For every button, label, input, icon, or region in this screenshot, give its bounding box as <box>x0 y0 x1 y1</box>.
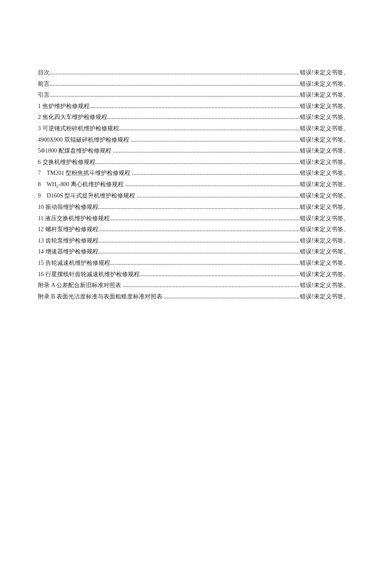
toc-entry-label: 7 TM201 型粉焦抓斗维护检修规程 <box>38 168 132 179</box>
toc-entry-label: 目次 <box>38 67 50 79</box>
toc-entry-page: 错误!未定义书签。 <box>300 202 349 213</box>
toc-entry-page: 错误!未定义书签。 <box>300 213 349 224</box>
toc-entry-page: 错误!未定义书签。 <box>300 258 349 269</box>
toc-entry-page: 错误!未定义书签。 <box>300 190 349 202</box>
toc-entry-label: 4900X900 双辊破碎机维护检修规程 <box>38 134 130 146</box>
toc-entry: 5Φ1800 配煤盘维护检修规程 .......................… <box>38 145 349 157</box>
toc-entry: 14 增速器维护检修规程............................… <box>38 246 349 258</box>
toc-entry: 7 TM201 型粉焦抓斗维护检修规程 ....................… <box>38 168 349 179</box>
toc-leader-dots: ........................................… <box>98 246 300 258</box>
toc-entry: 3 可逆锤式粉碎机维护检修规程.........................… <box>38 123 349 134</box>
toc-leader-dots: ........................................… <box>113 145 300 157</box>
toc-entry: 16 行星摆线针齿轮减速机维护检修规程.....................… <box>38 269 349 280</box>
toc-entry: 6 交换机维护检修规程.............................… <box>38 157 349 168</box>
toc-entry: 附录 A 公差配合新旧标准对照表 .......................… <box>38 280 349 291</box>
toc-entry-page: 错误!未定义书签。 <box>300 90 349 101</box>
toc-leader-dots: ........................................… <box>119 123 300 134</box>
toc-entry: 11 液压交换机维护检修规程..........................… <box>38 213 349 224</box>
toc-entry-label: 6 交换机维护检修规程 <box>38 157 95 168</box>
toc-entry-page: 错误!未定义书签。 <box>300 246 349 258</box>
toc-entry: 8 WH2-800 离心机维护检修规程 ....................… <box>38 179 349 190</box>
toc-entry-label: 引言 <box>38 90 50 101</box>
document-page: 目次......................................… <box>0 0 387 302</box>
toc-entry-page: 错误!未定义书签。 <box>300 291 349 303</box>
toc-entry: 4900X900 双辊破碎机维护检修规程 ...................… <box>38 134 349 146</box>
toc-entry-label: 16 行星摆线针齿轮减速机维护检修规程 <box>38 269 140 280</box>
toc-entry-label: 11 液压交换机维护检修规程 <box>38 213 110 224</box>
toc-entry-label: 10 振动筛维护检修规程 <box>38 202 98 213</box>
toc-entry-label: 2 焦化四大车维护检修规程 <box>38 112 107 123</box>
toc-entry: 引言......................................… <box>38 90 349 101</box>
toc-leader-dots: ........................................… <box>110 213 300 224</box>
toc-entry-label: 附录 A 公差配合新旧标准对照表 <box>38 280 123 291</box>
toc-leader-dots: ........................................… <box>90 101 300 112</box>
toc-leader-dots: ........................................… <box>164 291 300 303</box>
toc-entry: 目次......................................… <box>38 67 349 79</box>
toc-leader-dots: ........................................… <box>137 190 300 202</box>
toc-entry-page: 错误!未定义书签。 <box>300 168 349 179</box>
toc-entry: 2 焦化四大车维护检修规程...........................… <box>38 112 349 123</box>
toc-entry-page: 错误!未定义书签。 <box>300 79 349 90</box>
toc-leader-dots: ........................................… <box>98 224 300 235</box>
toc-entry-label: 附录 B 表面光洁度标准与表面粗糙度标准对照表 <box>38 291 164 303</box>
toc-leader-dots: ........................................… <box>140 269 300 280</box>
toc-entry-label: 9 D160S 型斗式提升机维护检修规程 <box>38 190 137 202</box>
toc-leader-dots: ........................................… <box>50 67 300 79</box>
toc-entry-label: 前言 <box>38 79 50 90</box>
toc-leader-dots: ........................................… <box>98 202 300 213</box>
toc-entry-page: 错误!未定义书签。 <box>300 145 349 157</box>
toc-leader-dots: ........................................… <box>98 235 300 247</box>
toc-entry-page: 错误!未定义书签。 <box>300 179 349 190</box>
toc-leader-dots: ........................................… <box>50 79 300 90</box>
toc-entry: 前言......................................… <box>38 79 349 90</box>
toc-entry: 13 齿轮泵维护检修规程............................… <box>38 235 349 247</box>
toc-entry-page: 错误!未定义书签。 <box>300 101 349 112</box>
toc-leader-dots: ........................................… <box>123 280 300 291</box>
toc-entry-label: 14 增速器维护检修规程 <box>38 246 98 258</box>
toc-entry-page: 错误!未定义书签。 <box>300 280 349 291</box>
toc-entry: 15 告轮减速机维护检修规程..........................… <box>38 258 349 269</box>
toc-entry: 12 螺杆泵维护检修规程............................… <box>38 224 349 235</box>
toc-entry: 附录 B 表面光洁度标准与表面粗糙度标准对照表 ................… <box>38 291 349 303</box>
toc-entry-page: 错误!未定义书签。 <box>300 123 349 134</box>
toc-leader-dots: ........................................… <box>130 134 300 146</box>
toc-entry-page: 错误!未定义书签。 <box>300 157 349 168</box>
toc-leader-dots: ........................................… <box>110 258 300 269</box>
toc-entry-page: 错误!未定义书签。 <box>300 67 349 79</box>
toc-entry: 1 焦炉维护检修规程..............................… <box>38 101 349 112</box>
toc-leader-dots: ........................................… <box>50 90 300 101</box>
toc-entry: 10 振动筛维护检修规程............................… <box>38 202 349 213</box>
toc-entry-page: 错误!未定义书签。 <box>300 224 349 235</box>
toc-entry-page: 错误!未定义书签。 <box>300 134 349 146</box>
toc-entry-label: 5Φ1800 配煤盘维护检修规程 <box>38 145 113 157</box>
toc-entry-page: 错误!未定义书签。 <box>300 235 349 247</box>
toc-entry-page: 错误!未定义书签。 <box>300 112 349 123</box>
toc-entry-label: 8 WH2-800 离心机维护检修规程 <box>38 179 125 190</box>
toc-entry: 9 D160S 型斗式提升机维护检修规程 ...................… <box>38 190 349 202</box>
toc-leader-dots: ........................................… <box>132 168 300 179</box>
toc-entry-page: 错误!未定义书签。 <box>300 269 349 280</box>
toc-entry-label: 15 告轮减速机维护检修规程 <box>38 258 110 269</box>
toc-leader-dots: ........................................… <box>95 157 300 168</box>
toc-entry-label: 13 齿轮泵维护检修规程 <box>38 235 98 247</box>
table-of-contents: 目次......................................… <box>38 67 349 302</box>
toc-leader-dots: ........................................… <box>125 179 300 190</box>
toc-entry-label: 1 焦炉维护检修规程 <box>38 101 90 112</box>
toc-entry-label: 3 可逆锤式粉碎机维护检修规程 <box>38 123 119 134</box>
toc-leader-dots: ........................................… <box>107 112 300 123</box>
toc-entry-label: 12 螺杆泵维护检修规程 <box>38 224 98 235</box>
